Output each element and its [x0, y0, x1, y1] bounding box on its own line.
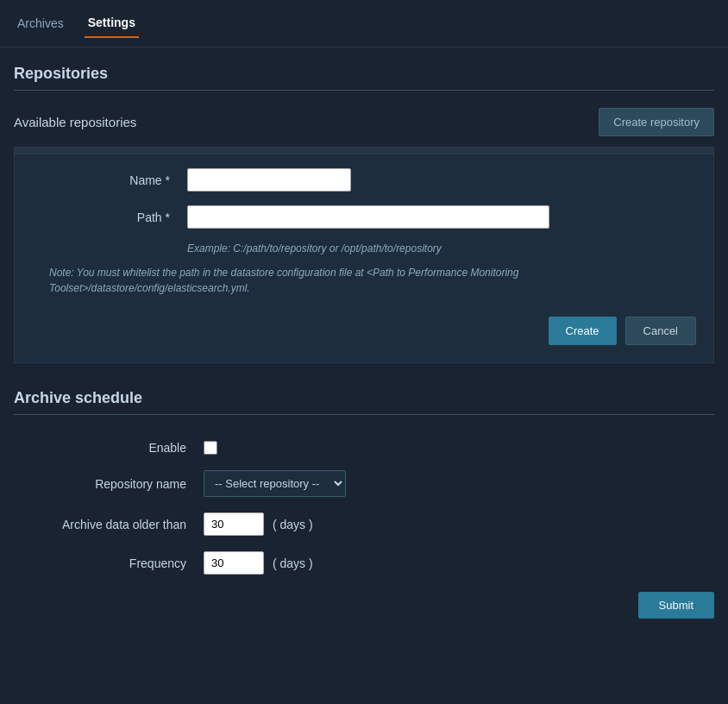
archive-schedule-divider	[14, 414, 714, 415]
archive-older-unit: ( days )	[273, 518, 313, 531]
repositories-header: Available repositories Create repository	[14, 108, 714, 136]
repositories-title: Repositories	[14, 65, 714, 83]
frequency-row: Frequency ( days )	[14, 551, 714, 575]
archive-older-input[interactable]	[204, 512, 264, 536]
repository-name-row: Repository name -- Select repository --	[14, 470, 714, 497]
available-repos-label: Available repositories	[14, 115, 136, 129]
archive-older-label: Archive data older than	[14, 518, 204, 531]
form-panel-header	[15, 148, 713, 154]
path-label: Path *	[32, 211, 187, 224]
form-actions: Create Cancel	[32, 313, 696, 345]
archive-schedule-title: Archive schedule	[14, 389, 714, 407]
create-repository-button[interactable]: Create repository	[599, 108, 714, 136]
form-note: Note: You must whitelist the path in the…	[49, 265, 549, 296]
schedule-form: Enable Repository name -- Select reposit…	[14, 432, 714, 627]
enable-checkbox[interactable]	[204, 441, 217, 455]
path-example: Example: C:/path/to/repository or /opt/p…	[187, 242, 696, 255]
tab-archives[interactable]: Archives	[14, 9, 67, 37]
top-nav: Archives Settings	[0, 0, 728, 47]
frequency-label: Frequency	[14, 556, 204, 570]
name-row: Name *	[32, 168, 696, 192]
submit-row: Submit	[14, 592, 714, 619]
name-input[interactable]	[187, 168, 351, 192]
repository-name-label: Repository name	[14, 477, 204, 491]
main-content: Repositories Available repositories Crea…	[0, 47, 728, 644]
name-label: Name *	[32, 173, 187, 187]
enable-label: Enable	[14, 441, 204, 455]
archive-older-row: Archive data older than ( days )	[14, 512, 714, 536]
cancel-button[interactable]: Cancel	[625, 317, 696, 345]
frequency-unit: ( days )	[273, 556, 313, 570]
path-row: Path *	[32, 205, 696, 229]
frequency-input[interactable]	[204, 551, 264, 575]
enable-row: Enable	[14, 441, 714, 455]
create-repo-form-panel: Name * Path * Example: C:/path/to/reposi…	[14, 147, 714, 363]
repository-name-select[interactable]: -- Select repository --	[204, 470, 346, 497]
create-button[interactable]: Create	[549, 317, 617, 345]
tab-settings[interactable]: Settings	[85, 9, 139, 38]
repositories-divider	[14, 90, 714, 91]
path-input[interactable]	[187, 205, 549, 229]
repositories-section: Repositories Available repositories Crea…	[14, 65, 714, 363]
submit-button[interactable]: Submit	[638, 592, 714, 619]
archive-schedule-section: Archive schedule Enable Repository name …	[14, 389, 714, 627]
